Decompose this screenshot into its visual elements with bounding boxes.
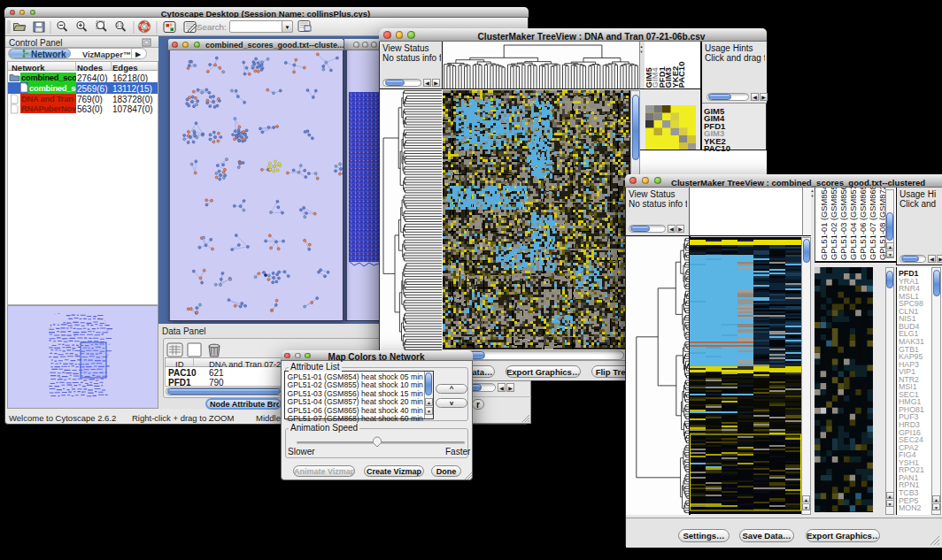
svg-text:GPL51-03 (GSM856): GPL51-03 (GSM856) (839, 188, 848, 260)
svg-text:PAC10: PAC10 (676, 62, 686, 88)
svg-text:GPL51-01 (GSM854): GPL51-01 (GSM854) (820, 188, 829, 260)
svg-text:1:1: 1:1 (117, 23, 123, 27)
svg-text:GPL51-06 (GSM865): GPL51-06 (GSM865) (859, 188, 868, 260)
svg-text:GPL51-07 (GSM868): GPL51-07 (GSM868) (869, 188, 877, 260)
svg-text:GPL51-04 (GSM857): GPL51-04 (GSM857) (849, 188, 858, 260)
svg-text:GPL51-02 (GSM855): GPL51-02 (GSM855) (830, 188, 838, 260)
